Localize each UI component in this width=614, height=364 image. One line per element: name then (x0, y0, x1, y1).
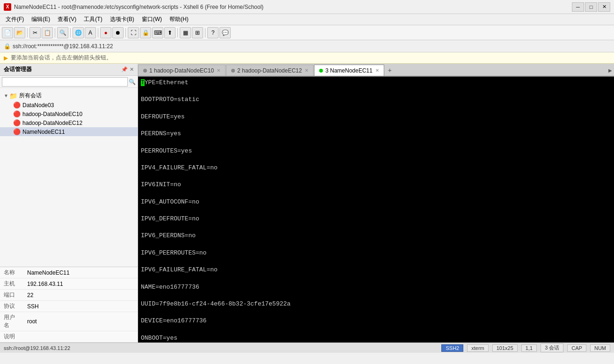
lock-icon: 🔒 (4, 43, 11, 50)
session-icon-3: 🔴 (13, 119, 21, 126)
toolbar-red[interactable]: ● (100, 27, 111, 38)
terminal-line: IPV6_PEERDNS=no (141, 232, 611, 240)
tab-2[interactable]: 2 hadoop-DataNodeEC12 ✕ (226, 65, 314, 76)
property-label: 协议 (0, 301, 23, 312)
terminal-cursor: T (141, 79, 145, 86)
tab-label-2: 2 hadoop-DataNodeEC12 (237, 67, 302, 74)
toolbar-layout2[interactable]: ⊞ (192, 27, 203, 38)
terminal-line: IPV6_PEERROUTES=no (141, 249, 611, 257)
property-value: SSH (23, 301, 138, 312)
terminal-line: IPV6_FAILURE_FATAL=no (141, 266, 611, 274)
toolbar-open[interactable]: 📂 (14, 27, 25, 38)
tab-close-2[interactable]: ✕ (305, 68, 308, 73)
toolbar-layout[interactable]: ▦ (180, 27, 191, 38)
toolbar-sep-3 (70, 28, 71, 37)
infobar: ▶ 要添加当前会话，点击左侧的箭头按钮。 (0, 52, 614, 64)
main-area: 会话管理器 📌 ✕ 🔍 ▼ 📁 所有会话 🔴 DataNode03 (0, 64, 614, 342)
close-button[interactable]: ✕ (598, 2, 610, 12)
toolbar-lock[interactable]: 🔒 (140, 27, 151, 38)
sidebar-tree: ▼ 📁 所有会话 🔴 DataNode03 🔴 hadoop-DataNodeE… (0, 88, 138, 267)
property-label: 端口 (0, 290, 23, 301)
sidebar: 会话管理器 📌 ✕ 🔍 ▼ 📁 所有会话 🔴 DataNode03 (0, 64, 138, 342)
toolbar-find[interactable]: 🔍 (57, 27, 68, 38)
menu-help[interactable]: 帮助(H) (166, 15, 192, 24)
toolbar-sep-4 (98, 28, 98, 37)
terminal-content[interactable]: TYPE=EthernetBOOTPROTO=staticDEFROUTE=ye… (138, 77, 614, 342)
toolbar-chat[interactable]: 💬 (219, 27, 231, 38)
menu-file[interactable]: 文件(F) (2, 15, 28, 24)
terminal-line: BOOTPROTO=static (141, 95, 611, 104)
toolbar-sep-6 (177, 28, 178, 37)
terminal-line: IPV6_DEFROUTE=no (141, 215, 611, 223)
tab-nav-right[interactable]: ▶ (607, 65, 614, 76)
info-icon: ▶ (4, 55, 8, 61)
tabs-bar: 1 hadoop-DataNodeEC10 ✕ 2 hadoop-DataNod… (138, 64, 614, 77)
address-text: ssh://root:************@192.168.43.11:22 (13, 43, 113, 50)
status-cursor: 1,1 (521, 344, 537, 352)
minimize-button[interactable]: ─ (572, 2, 584, 12)
maximize-button[interactable]: □ (585, 2, 597, 12)
property-row: 主机192.168.43.11 (0, 278, 138, 290)
toolbar-new[interactable]: 📄 (2, 27, 13, 38)
status-size: 101x25 (492, 344, 518, 352)
session-label-2: hadoop-DataNodeEC10 (22, 111, 82, 117)
menu-edit[interactable]: 编辑(E) (28, 15, 54, 24)
status-right: SSH2 xterm 101x25 1,1 3 会话 CAP NUM (441, 343, 610, 352)
session-icon-2: 🔴 (13, 110, 21, 117)
property-row: 说明 (0, 331, 138, 342)
property-value: 22 (23, 290, 138, 301)
tab-dot-1 (143, 69, 147, 73)
toolbar-transfer[interactable]: ⬆ (164, 27, 175, 38)
sidebar-search-input[interactable] (2, 77, 128, 87)
toolbar-connect[interactable]: 🌐 (73, 27, 84, 38)
terminal-line: PEERROUTES=yes (141, 147, 611, 155)
toolbar-help[interactable]: ? (207, 27, 219, 38)
terminal-line: ONBOOT=yes (141, 334, 611, 342)
tab-close-1[interactable]: ✕ (217, 68, 220, 73)
terminal-line: IPV6_AUTOCONF=no (141, 198, 611, 206)
terminal-line: DEVICE=eno16777736 (141, 317, 611, 325)
tab-add-button[interactable]: + (385, 65, 395, 76)
sidebar-close-button[interactable]: ✕ (130, 66, 134, 73)
property-label: 主机 (0, 278, 23, 290)
property-row: 名称NameNodeEC11 (0, 267, 138, 278)
tabs-right: ▶ (607, 65, 614, 76)
toolbar-sep-5 (125, 28, 126, 37)
toolbar-sep-7 (205, 28, 205, 37)
session-item-datanode03[interactable]: 🔴 DataNode03 (0, 101, 138, 109)
toolbar-fullscreen[interactable]: ⛶ (128, 27, 139, 38)
tab-dot-3 (319, 69, 323, 73)
menu-view[interactable]: 查看(V) (54, 15, 80, 24)
toolbar-keyboard[interactable]: ⌨ (152, 27, 163, 38)
sidebar-header: 会话管理器 📌 ✕ (0, 64, 138, 76)
session-item-namenodeec11[interactable]: 🔴 NameNodeEC11 (0, 127, 138, 136)
toolbar: 📄 📂 ✂ 📋 🔍 🌐 A ● ⏺ ⛶ 🔒 ⌨ ⬆ ▦ ⊞ ? 💬 (0, 25, 614, 40)
tab-1[interactable]: 1 hadoop-DataNodeEC10 ✕ (138, 65, 226, 76)
tree-group-header[interactable]: ▼ 📁 所有会话 (0, 91, 138, 101)
toolbar-cut[interactable]: ✂ (29, 27, 41, 38)
session-item-datanodeec10[interactable]: 🔴 hadoop-DataNodeEC10 (0, 109, 138, 118)
toolbar-rec[interactable]: ⏺ (112, 27, 124, 38)
menu-window[interactable]: 窗口(W) (138, 15, 166, 24)
tab-dot-2 (231, 69, 235, 73)
group-label: 所有会话 (19, 92, 42, 100)
session-icon-4: 🔴 (13, 128, 21, 135)
terminal-line: PEERDNS=yes (141, 130, 611, 138)
tab-3[interactable]: 3 NameNodeEC11 ✕ (314, 65, 384, 76)
sidebar-search-bar: 🔍 (0, 76, 138, 88)
status-cap: CAP (567, 344, 586, 352)
toolbar-font[interactable]: A (85, 27, 96, 38)
sidebar-controls: 📌 ✕ (121, 66, 134, 73)
menu-tools[interactable]: 工具(T) (80, 15, 106, 24)
property-label: 说明 (0, 331, 23, 342)
tab-close-3[interactable]: ✕ (375, 68, 379, 73)
terminal-area: 1 hadoop-DataNodeEC10 ✕ 2 hadoop-DataNod… (138, 64, 614, 342)
toolbar-copy[interactable]: 📋 (42, 27, 53, 38)
sidebar-pin-button[interactable]: 📌 (121, 66, 128, 73)
properties-table: 名称NameNodeEC11主机192.168.43.11端口22协议SSH用户… (0, 267, 138, 342)
titlebar: X NameNodeEC11 - root@namenode:/etc/sysc… (0, 0, 614, 14)
menu-tabs[interactable]: 选项卡(B) (106, 15, 138, 24)
addressbar: 🔒 ssh://root:************@192.168.43.11:… (0, 40, 614, 52)
property-row: 端口22 (0, 290, 138, 301)
session-item-datanodeec12[interactable]: 🔴 hadoop-DataNodeEC12 (0, 118, 138, 127)
